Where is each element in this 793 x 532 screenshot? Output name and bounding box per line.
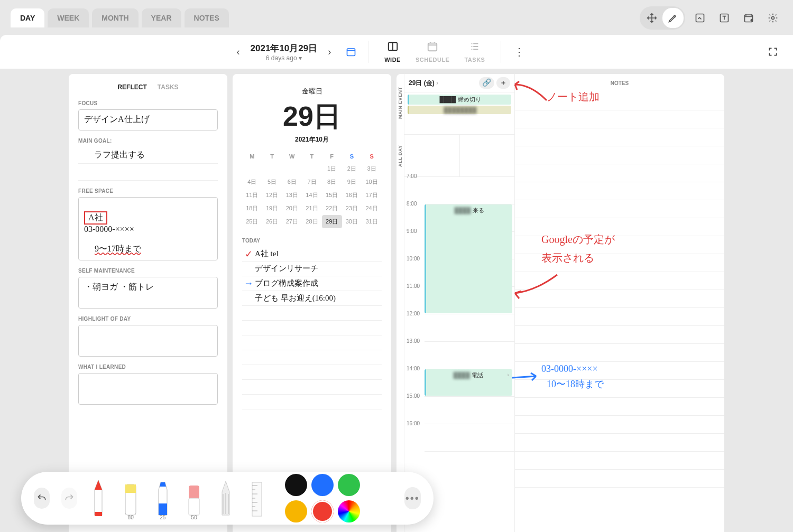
edit-icon[interactable] [690,8,709,27]
highlight-label: HIGHLIGHT OF DAY [78,316,218,322]
today-item[interactable]: ✓A社 tel [242,247,382,262]
mode-wide[interactable]: WIDE [384,41,401,63]
today-item[interactable] [242,395,382,409]
add-event-icon[interactable]: ＋ [496,77,510,89]
swatch-yellow[interactable] [285,500,307,522]
event-chip[interactable]: ████ 締め切り [408,95,511,105]
tab-month[interactable]: MONTH [92,8,138,27]
text-icon[interactable] [715,8,734,27]
prev-day-icon[interactable]: ‹ [234,43,243,61]
marker-tool[interactable]: 25 [153,477,172,519]
chevron-right-icon[interactable]: › [436,79,438,87]
tab-notes[interactable]: NOTES [185,8,229,27]
hour-grid[interactable]: 7:00 8:00 9:00 10:00 11:00 12:00 13:00 1… [404,177,514,452]
chevron-down-icon: ▾ [299,54,302,62]
main-event-label: MAIN EVENT [396,74,404,132]
today-item[interactable] [242,380,382,395]
date-title[interactable]: 2021年10月29日 6 days ago ▾ [251,42,318,62]
notes-column[interactable]: NOTES ノート追加 Googleの予定が 表示される 03-0000-×××… [515,74,724,532]
highlight-field[interactable] [78,325,218,357]
link-icon[interactable]: 🔗 [479,77,494,89]
check-icon: ✓ [242,248,255,260]
free-space-text: 9〜17時まで [95,244,141,253]
move-mode-icon[interactable] [641,8,662,28]
svg-point-3 [772,17,774,20]
today-item[interactable] [242,335,382,350]
undo-button[interactable] [34,488,50,509]
all-day-zone[interactable] [404,135,514,177]
focus-label: FOCUS [78,100,218,106]
calendar-add-icon[interactable] [739,8,758,27]
tab-week[interactable]: WEEK [48,8,89,27]
date-sub: 6 days ago ▾ [251,54,318,62]
mode-tasks[interactable]: TASKS [464,41,485,63]
tab-day[interactable]: DAY [11,8,44,27]
event-block[interactable]: ████ 来る [425,204,512,313]
next-day-icon[interactable]: › [325,43,334,61]
pen-tool[interactable] [89,477,108,519]
main-goal-row[interactable]: ラフ提出する [78,147,218,164]
swatch-black[interactable] [285,474,307,496]
annotation: 10〜18時まで [547,378,604,390]
chevron-right-icon: › [507,371,509,378]
annotation: ノート追加 [547,90,600,104]
pencil-tool[interactable] [216,477,235,519]
free-space-label: FREE SPACE [78,188,218,194]
today-item[interactable]: 子ども 早お迎え(16:00) [242,291,382,306]
svg-rect-10 [159,503,167,515]
redo-button[interactable] [61,488,77,509]
tool-size: 25 [160,515,165,520]
today-item[interactable]: →ブログ構成案作成 [242,276,382,291]
swatch-blue[interactable] [311,474,334,496]
all-day-label: ALL DAY [396,132,404,180]
today-item[interactable]: デザインリサーチ [242,262,382,276]
highlighter-tool[interactable]: 80 [120,477,141,519]
mini-calendar[interactable]: MTWTFSS 1日2日3日 4日5日6日7日8日9日10日 11日12日13日… [242,151,382,228]
sub-bar: ‹ 2021年10月29日 6 days ago ▾ › WIDE SCHEDU… [0,35,793,69]
annotation: Googleの予定が [541,232,615,247]
day-of-week: 金曜日 [242,87,382,96]
tool-size: 50 [191,515,197,520]
mode-schedule[interactable]: SCHEDULE [416,41,450,63]
content-area: REFLECT TASKS FOCUS デザインA仕上げ MAIN GOAL: … [0,69,793,532]
today-item[interactable] [242,365,382,380]
tasks-tab[interactable]: TASKS [158,83,179,91]
topbar-actions [640,6,782,30]
arrow-icon: → [242,278,255,289]
settings-icon[interactable] [763,8,782,27]
swatch-green[interactable] [338,474,360,496]
fullscreen-icon[interactable] [763,42,782,61]
free-space-text: 03-0000-×××× [84,225,134,234]
eraser-tool[interactable]: 50 [185,477,204,519]
timeline-header: 29日 (金) › 🔗 ＋ [404,74,514,92]
jump-today-icon[interactable] [342,42,361,61]
top-bar: DAY WEEK MONTH YEAR NOTES [0,0,793,35]
free-space-field[interactable]: A社 03-0000-×××× 9〜17時まで [78,197,218,260]
svg-rect-9 [125,484,136,493]
focus-field[interactable]: デザインA仕上げ [78,109,218,130]
reflect-tab[interactable]: REFLECT [117,83,146,91]
tab-year[interactable]: YEAR [142,8,181,27]
main-goal-row[interactable] [78,164,218,181]
main-goal-label: MAIN GOAL: [78,138,218,144]
self-maint-field[interactable]: ・朝ヨガ ・筋トレ [78,277,218,309]
today-label: TODAY [242,238,382,244]
swatch-red[interactable] [311,500,334,522]
event-block[interactable]: ████ 電話 › [425,369,512,396]
timeline: 29日 (金) › 🔗 ＋ ████ 締め切り ████████ 7:00 8:… [404,74,515,532]
ruler-tool[interactable] [247,477,266,519]
more-menu-icon[interactable]: ⋮ [509,45,530,58]
today-item[interactable] [242,306,382,321]
learned-field[interactable] [78,373,218,405]
layout-modes: WIDE SCHEDULE TASKS [368,41,501,63]
swatch-rainbow[interactable] [338,500,360,522]
today-item[interactable] [242,321,382,335]
view-tabs: DAY WEEK MONTH YEAR NOTES [11,8,229,27]
pen-mode-icon[interactable] [662,8,684,28]
reflect-panel: REFLECT TASKS FOCUS デザインA仕上げ MAIN GOAL: … [69,74,227,532]
main-event-zone[interactable]: ████ 締め切り ████████ [404,92,514,135]
today-item[interactable] [242,350,382,365]
event-chip[interactable]: ████████ [408,106,511,114]
color-swatches [285,474,386,522]
more-tools-icon[interactable]: ••• [404,487,421,509]
